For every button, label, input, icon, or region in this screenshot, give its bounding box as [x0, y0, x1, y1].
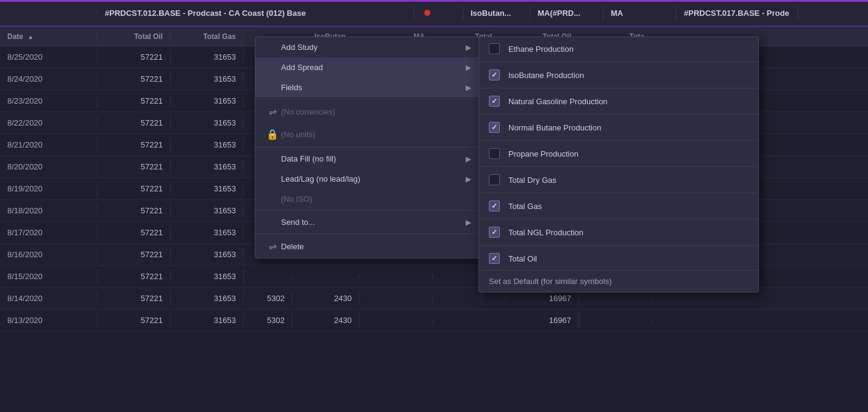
- menu-add-spread[interactable]: Add Spread ▶: [255, 57, 480, 77]
- td-gas: 31653: [171, 269, 244, 283]
- td-ma2: [433, 296, 506, 301]
- td-prd2: [579, 296, 652, 301]
- td-date: 8/16/2020: [0, 247, 98, 261]
- field-checkbox[interactable]: [489, 253, 500, 264]
- table-row[interactable]: 8/13/2020 57221 31653 5302 2430 16967: [0, 310, 868, 332]
- field-item[interactable]: Total Dry Gas: [479, 168, 758, 191]
- td-prd2: [579, 318, 652, 323]
- sh-date[interactable]: Date ▲: [0, 30, 98, 43]
- send-to-arrow: ▶: [466, 218, 471, 227]
- td-iso: [293, 274, 360, 279]
- field-checkbox[interactable]: [489, 69, 500, 80]
- fields-arrow: ▶: [466, 83, 471, 92]
- td-oil: 57221: [98, 94, 171, 108]
- td-extra: 5302: [244, 291, 293, 305]
- field-item[interactable]: Propane Production: [479, 142, 758, 165]
- banner-date-blank: [0, 10, 98, 15]
- td-gas: 31653: [171, 160, 244, 174]
- td-date: 8/20/2020: [0, 160, 98, 174]
- td-gas: 31653: [171, 182, 244, 196]
- menu-units[interactable]: 🔒 (No units): [255, 123, 480, 146]
- divider-2: [255, 147, 480, 147]
- td-oil: 57221: [98, 182, 171, 196]
- td-date: 8/13/2020: [0, 313, 98, 327]
- banner-row: #PRDCST.012.BASE - Prodcast - CA Coast (…: [0, 0, 868, 27]
- field-checkbox[interactable]: [489, 201, 500, 211]
- field-label: Total Gas: [508, 202, 542, 211]
- field-item[interactable]: Total Gas: [479, 194, 758, 218]
- td-date: 8/24/2020: [0, 72, 98, 86]
- field-label: Total NGL Production: [508, 228, 583, 237]
- td-extra: [244, 274, 293, 279]
- field-item[interactable]: Natural Gasoline Production: [479, 90, 758, 113]
- banner-ma: MA(#PRD...: [530, 6, 603, 20]
- field-divider: [479, 166, 758, 167]
- field-checkbox[interactable]: [489, 43, 500, 54]
- field-divider: [479, 245, 758, 246]
- menu-fields[interactable]: Fields ▶: [255, 77, 480, 98]
- delete-icon: ⇌: [264, 241, 281, 252]
- td-oil: 57221: [98, 291, 171, 305]
- field-checkbox[interactable]: [489, 227, 500, 238]
- td-oil: 57221: [98, 204, 171, 218]
- field-divider: [479, 62, 758, 62]
- td-gas: 31653: [171, 313, 244, 327]
- td-iso: 2430: [293, 313, 360, 327]
- field-checkbox[interactable]: [489, 96, 500, 107]
- currencies-icon: ⇌: [264, 106, 281, 118]
- td-oil: 57221: [98, 116, 171, 130]
- td-gas: 31653: [171, 116, 244, 130]
- td-oil: 57221: [98, 138, 171, 152]
- field-label: Normal Butane Production: [508, 123, 601, 132]
- menu-currencies[interactable]: ⇌ (No currencies): [255, 101, 480, 123]
- sh-total-oil[interactable]: Total Oil: [98, 30, 171, 43]
- menu-lead-lag[interactable]: Lead/Lag (no lead/lag) ▶: [255, 169, 480, 189]
- field-label: IsoButane Production: [508, 71, 584, 80]
- field-label: Total Oil: [508, 254, 537, 263]
- field-item[interactable]: IsoButane Production: [479, 63, 758, 87]
- td-prd: 16967: [506, 313, 579, 327]
- menu-data-fill[interactable]: Data Fill (no fill) ▶: [255, 149, 480, 169]
- add-spread-arrow: ▶: [466, 63, 471, 72]
- field-divider: [479, 114, 758, 115]
- td-oil: 57221: [98, 269, 171, 283]
- red-dot-indicator: [424, 10, 430, 16]
- lead-lag-arrow: ▶: [466, 175, 471, 183]
- field-item[interactable]: Total NGL Production: [479, 221, 758, 244]
- field-checkbox[interactable]: [489, 122, 500, 133]
- td-ma2: [433, 318, 506, 323]
- divider-1: [255, 99, 480, 99]
- menu-send-to[interactable]: Send to... ▶: [255, 212, 480, 232]
- td-extra: 5302: [244, 313, 293, 327]
- td-date: 8/25/2020: [0, 50, 98, 64]
- field-label: Natural Gasoline Production: [508, 97, 608, 106]
- td-gas: 31653: [171, 226, 244, 240]
- menu-add-study[interactable]: Add Study ▶: [255, 37, 480, 57]
- field-checkbox[interactable]: [489, 174, 500, 185]
- td-date: 8/22/2020: [0, 116, 98, 130]
- td-date: 8/15/2020: [0, 269, 98, 283]
- td-gas: 31653: [171, 291, 244, 305]
- td-oil: 57221: [98, 72, 171, 86]
- field-item[interactable]: Total Oil: [479, 247, 758, 270]
- set-default-item[interactable]: Set as Default (for similar symbols): [479, 270, 758, 292]
- field-checkbox[interactable]: [489, 148, 500, 159]
- banner-title: #PRDCST.012.BASE - Prodcast - CA Coast (…: [98, 6, 414, 20]
- td-gas: 31653: [171, 204, 244, 218]
- td-gas: 31653: [171, 247, 244, 261]
- field-label: Ethane Production: [508, 44, 574, 54]
- field-item[interactable]: Normal Butane Production: [479, 116, 758, 139]
- field-divider: [479, 193, 758, 193]
- divider-3: [255, 210, 480, 211]
- field-divider: [479, 140, 758, 141]
- menu-no-iso[interactable]: (No ISO): [255, 189, 480, 209]
- td-date: 8/23/2020: [0, 94, 98, 108]
- td-gas: 31653: [171, 72, 244, 86]
- menu-delete[interactable]: ⇌ Delete: [255, 235, 480, 258]
- td-ma: [360, 318, 433, 323]
- td-ma: [360, 296, 433, 301]
- td-gas: 31653: [171, 94, 244, 108]
- sh-total-gas[interactable]: Total Gas: [171, 30, 244, 43]
- field-item[interactable]: Ethane Production: [479, 37, 758, 60]
- td-oil: 57221: [98, 313, 171, 327]
